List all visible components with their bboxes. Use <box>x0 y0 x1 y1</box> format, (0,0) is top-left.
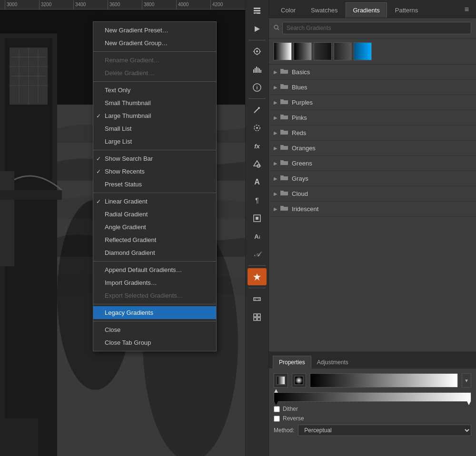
gradient-swatch-2[interactable] <box>294 42 312 60</box>
gradient-swatch-5[interactable] <box>354 42 372 60</box>
menu-item-radial-gradient[interactable]: Radial Gradient <box>93 208 216 221</box>
ruler-mark: 4200 <box>210 0 245 9</box>
menu-item-reflected-gradient[interactable]: Reflected Gradient <box>93 233 216 246</box>
group-item-iridescent[interactable]: ▶ Iridescent <box>269 202 476 217</box>
toolbar-btn-paragraph[interactable]: ¶ <box>248 192 267 209</box>
gradient-swatch-4[interactable] <box>334 42 352 60</box>
group-item-blues[interactable]: ▶ Blues <box>269 80 476 95</box>
slider-handle-left[interactable] <box>274 389 278 393</box>
method-select[interactable]: Perceptual Linear Classic <box>298 425 471 436</box>
group-name: Iridescent <box>292 205 318 213</box>
group-chevron: ▶ <box>274 146 278 151</box>
toolbar-btn-fx[interactable]: fx <box>248 137 267 155</box>
group-item-reds[interactable]: ▶ Reds <box>269 126 476 141</box>
ruler-mark: 3000 <box>5 0 39 9</box>
svg-rect-49 <box>254 318 257 320</box>
tab-patterns[interactable]: Patterns <box>388 2 425 18</box>
menu-item-label-export-selected: Export Selected Gradients… <box>105 292 183 299</box>
search-input[interactable] <box>282 22 471 34</box>
method-label: Method: <box>274 427 294 434</box>
toolbar-separator-4 <box>248 288 266 288</box>
menu-item-linear-gradient[interactable]: ✓Linear Gradient <box>93 195 216 208</box>
menu-item-new-gradient-preset[interactable]: New Gradient Preset… <box>93 24 216 37</box>
tab-adjustments[interactable]: Adjustments <box>311 356 354 369</box>
gradient-preview-bar[interactable] <box>310 373 458 388</box>
menu-item-small-thumbnail[interactable]: Small Thumbnail <box>93 97 216 109</box>
checkmark-large-thumbnail: ✓ <box>96 113 101 119</box>
svg-rect-19 <box>255 13 257 14</box>
toolbar-btn-select[interactable] <box>248 119 267 136</box>
menu-item-close-tab-group[interactable]: Close Tab Group <box>93 336 216 349</box>
menu-item-new-gradient-group[interactable]: New Gradient Group… <box>93 37 216 49</box>
group-item-purples[interactable]: ▶ Purples <box>269 95 476 110</box>
reverse-checkbox[interactable] <box>274 416 280 422</box>
toolbar-btn-char[interactable]: Aᵢ <box>248 228 267 245</box>
toolbar-btn-play[interactable] <box>248 20 267 38</box>
menu-separator-sep2 <box>93 81 216 82</box>
svg-line-52 <box>278 29 279 30</box>
toolbar-btn-shape[interactable] <box>248 155 267 173</box>
color-stop-right[interactable] <box>467 401 471 405</box>
toolbar-btn-italic[interactable]: 𝒜 <box>248 246 267 263</box>
menu-item-label-close: Close <box>105 326 120 333</box>
menu-item-large-thumbnail[interactable]: ✓Large Thumbnail <box>93 109 216 122</box>
dither-label: Dither <box>283 406 298 412</box>
menu-item-import-gradients[interactable]: Import Gradients… <box>93 276 216 289</box>
toolbar-btn-info[interactable]: i <box>248 79 267 96</box>
group-folder-icon <box>280 98 288 107</box>
menu-item-preset-status[interactable]: Preset Status <box>93 178 216 191</box>
toolbar-btn-transform[interactable] <box>248 210 267 227</box>
toolbar-btn-navigate[interactable] <box>248 43 267 60</box>
gradient-dropdown-btn[interactable]: ▼ <box>462 373 471 388</box>
gradient-swatch-3[interactable] <box>314 42 332 60</box>
menu-separator-sep5 <box>93 261 216 262</box>
group-item-pinks[interactable]: ▶ Pinks <box>269 110 476 126</box>
group-item-cloud[interactable]: ▶ Cloud <box>269 186 476 202</box>
group-item-basics[interactable]: ▶ Basics <box>269 65 476 80</box>
menu-item-show-search-bar[interactable]: ✓Show Search Bar <box>93 152 216 165</box>
group-chevron: ▶ <box>274 115 278 120</box>
toolbar-btn-histogram[interactable] <box>248 61 267 78</box>
gradient-type-radial[interactable] <box>292 373 306 388</box>
checkmark-linear-gradient: ✓ <box>96 198 101 205</box>
gradient-swatch-1[interactable] <box>274 42 292 60</box>
italic-label: 𝒜 <box>254 251 260 258</box>
toolbar-btn-type[interactable]: A <box>248 174 267 191</box>
menu-item-show-recents[interactable]: ✓Show Recents <box>93 165 216 178</box>
menu-item-append-default[interactable]: Append Default Gradients… <box>93 263 216 276</box>
dither-checkbox[interactable] <box>274 406 280 412</box>
panel-tabs: Color Swatches Gradients Patterns ≡ <box>269 0 476 18</box>
panel-more-btn[interactable]: ≡ <box>462 1 471 18</box>
svg-point-36 <box>258 107 260 109</box>
menu-item-label-legacy-gradients: Legacy Gradients <box>105 309 153 316</box>
toolbar-btn-layers[interactable] <box>248 2 267 19</box>
menu-item-diamond-gradient[interactable]: Diamond Gradient <box>93 246 216 259</box>
toolbar-btn-grid[interactable] <box>248 309 267 326</box>
menu-item-text-only[interactable]: Text Only <box>93 84 216 97</box>
menu-item-small-list[interactable]: Small List <box>93 122 216 135</box>
group-name: Purples <box>292 99 313 106</box>
group-chevron: ▶ <box>274 191 278 196</box>
menu-item-legacy-gradients[interactable]: Legacy Gradients <box>93 306 216 319</box>
menu-item-large-list[interactable]: Large List <box>93 135 216 148</box>
toolbar-btn-plugin[interactable] <box>248 268 267 285</box>
toolbar-btn-measure[interactable] <box>248 291 267 308</box>
color-stop-left[interactable] <box>274 401 278 405</box>
menu-item-close[interactable]: Close <box>93 323 216 336</box>
group-item-oranges[interactable]: ▶ Oranges <box>269 141 476 156</box>
gradient-slider[interactable] <box>274 392 471 402</box>
group-name: Blues <box>292 84 307 91</box>
group-item-greens[interactable]: ▶ Greens <box>269 156 476 171</box>
group-name: Grays <box>292 175 308 182</box>
menu-item-angle-gradient[interactable]: Angle Gradient <box>93 221 216 233</box>
tab-properties[interactable]: Properties <box>273 356 311 369</box>
tab-gradients[interactable]: Gradients <box>346 2 387 18</box>
gradient-type-linear[interactable] <box>274 373 288 388</box>
tab-color[interactable]: Color <box>274 2 303 18</box>
group-chevron: ▶ <box>274 206 278 212</box>
menu-separator-sep6 <box>93 304 216 304</box>
ruler-mark: 3800 <box>142 0 176 9</box>
group-item-grays[interactable]: ▶ Grays <box>269 171 476 186</box>
tab-swatches[interactable]: Swatches <box>304 2 345 18</box>
toolbar-btn-brush[interactable] <box>248 101 267 118</box>
